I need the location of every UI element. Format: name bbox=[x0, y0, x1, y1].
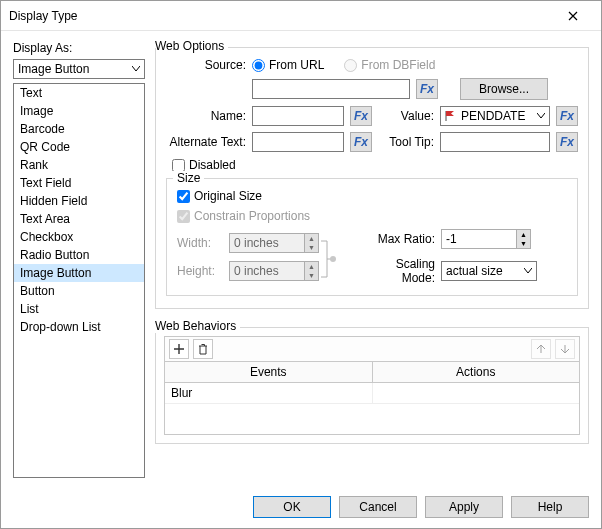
action-cell bbox=[373, 383, 580, 403]
alt-text-fx-button[interactable]: Fx bbox=[350, 132, 372, 152]
from-url-radio-input[interactable] bbox=[252, 59, 265, 72]
list-item[interactable]: Barcode bbox=[14, 120, 144, 138]
behaviors-toolbar bbox=[164, 336, 580, 362]
list-item[interactable]: Button bbox=[14, 282, 144, 300]
arrow-up-icon bbox=[536, 344, 546, 354]
scaling-mode-value: actual size bbox=[446, 264, 503, 278]
constrain-proportions-checkbox: Constrain Proportions bbox=[177, 209, 310, 223]
apply-button[interactable]: Apply bbox=[425, 496, 503, 518]
max-ratio-value: -1 bbox=[446, 232, 457, 246]
size-group: Size Original Size Constrain Proportions bbox=[166, 178, 578, 296]
tooltip-fx-button[interactable]: Fx bbox=[556, 132, 578, 152]
list-item[interactable]: Text Area bbox=[14, 210, 144, 228]
height-label: Height: bbox=[177, 264, 223, 278]
list-item[interactable]: Text bbox=[14, 84, 144, 102]
behaviors-grid: Events Actions Blur bbox=[164, 362, 580, 435]
value-label: Value: bbox=[378, 109, 434, 123]
add-behavior-button[interactable] bbox=[169, 339, 189, 359]
max-ratio-spinner[interactable]: -1 ▲▼ bbox=[441, 229, 531, 249]
value-field-text: PENDDATE bbox=[461, 109, 525, 123]
move-up-button bbox=[531, 339, 551, 359]
size-title: Size bbox=[173, 171, 204, 185]
web-options-group: Web Options Source: From URL From DBFiel… bbox=[155, 47, 589, 309]
list-item[interactable]: Image Button bbox=[14, 264, 144, 282]
alt-text-input[interactable] bbox=[252, 132, 344, 152]
name-fx-button[interactable]: Fx bbox=[350, 106, 372, 126]
width-value: 0 inches bbox=[234, 236, 279, 250]
help-button[interactable]: Help bbox=[511, 496, 589, 518]
chevron-down-icon bbox=[524, 268, 532, 274]
list-item[interactable]: Hidden Field bbox=[14, 192, 144, 210]
display-as-combo[interactable]: Image Button bbox=[13, 59, 145, 79]
scaling-mode-label: Scaling Mode: bbox=[359, 257, 435, 285]
alt-text-label: Alternate Text: bbox=[166, 135, 246, 149]
display-as-combo-value: Image Button bbox=[18, 62, 89, 76]
list-item[interactable]: Radio Button bbox=[14, 246, 144, 264]
svg-point-0 bbox=[330, 256, 336, 262]
original-size-checkbox-input[interactable] bbox=[177, 190, 190, 203]
height-value: 0 inches bbox=[234, 264, 279, 278]
chevron-down-icon bbox=[537, 113, 545, 119]
dialog-footer: OK Cancel Apply Help bbox=[1, 486, 601, 528]
from-dbfield-radio-label: From DBField bbox=[361, 58, 435, 72]
list-item[interactable]: Drop-down List bbox=[14, 318, 144, 336]
from-dbfield-radio-input bbox=[344, 59, 357, 72]
source-url-input[interactable] bbox=[252, 79, 410, 99]
web-behaviors-title: Web Behaviors bbox=[155, 319, 240, 333]
constrain-checkbox-input bbox=[177, 210, 190, 223]
name-input[interactable] bbox=[252, 106, 344, 126]
event-cell: Blur bbox=[165, 383, 373, 403]
window-title: Display Type bbox=[9, 9, 553, 23]
chevron-down-icon bbox=[132, 66, 140, 72]
flag-icon bbox=[445, 111, 457, 121]
disabled-checkbox[interactable]: Disabled bbox=[172, 158, 236, 172]
close-button[interactable] bbox=[553, 2, 593, 30]
width-label: Width: bbox=[177, 236, 223, 250]
web-behaviors-group: Web Behaviors bbox=[155, 327, 589, 444]
browse-button[interactable]: Browse... bbox=[460, 78, 548, 100]
source-label: Source: bbox=[166, 58, 246, 72]
events-column-header: Events bbox=[165, 362, 373, 382]
ok-button[interactable]: OK bbox=[253, 496, 331, 518]
table-row[interactable]: Blur bbox=[165, 383, 579, 404]
original-size-checkbox[interactable]: Original Size bbox=[177, 189, 262, 203]
constrain-label: Constrain Proportions bbox=[194, 209, 310, 223]
display-as-panel: Display As: Image Button TextImageBarcod… bbox=[13, 41, 145, 478]
list-item[interactable]: Checkbox bbox=[14, 228, 144, 246]
list-item[interactable]: Text Field bbox=[14, 174, 144, 192]
value-fx-button[interactable]: Fx bbox=[556, 106, 578, 126]
cancel-button[interactable]: Cancel bbox=[339, 496, 417, 518]
list-item[interactable]: QR Code bbox=[14, 138, 144, 156]
close-icon bbox=[568, 11, 578, 21]
list-item[interactable]: Rank bbox=[14, 156, 144, 174]
tooltip-input[interactable] bbox=[440, 132, 550, 152]
from-url-radio-label: From URL bbox=[269, 58, 324, 72]
trash-icon bbox=[198, 344, 208, 355]
max-ratio-label: Max Ratio: bbox=[359, 232, 435, 246]
display-as-label: Display As: bbox=[13, 41, 145, 55]
source-from-dbfield-radio: From DBField bbox=[344, 58, 435, 72]
display-type-dialog: Display Type Display As: Image Button Te… bbox=[0, 0, 602, 529]
titlebar: Display Type bbox=[1, 1, 601, 31]
arrow-down-icon bbox=[560, 344, 570, 354]
original-size-label: Original Size bbox=[194, 189, 262, 203]
disabled-checkbox-input[interactable] bbox=[172, 159, 185, 172]
scaling-mode-select[interactable]: actual size bbox=[441, 261, 537, 281]
height-spinner: 0 inches ▲▼ bbox=[229, 261, 319, 281]
actions-column-header: Actions bbox=[373, 362, 580, 382]
source-fx-button[interactable]: Fx bbox=[416, 79, 438, 99]
name-label: Name: bbox=[166, 109, 246, 123]
list-item[interactable]: List bbox=[14, 300, 144, 318]
delete-behavior-button[interactable] bbox=[193, 339, 213, 359]
display-as-list[interactable]: TextImageBarcodeQR CodeRankText FieldHid… bbox=[13, 83, 145, 478]
value-field-combo[interactable]: PENDDATE bbox=[440, 106, 550, 126]
tooltip-label: Tool Tip: bbox=[378, 135, 434, 149]
move-down-button bbox=[555, 339, 575, 359]
disabled-checkbox-label: Disabled bbox=[189, 158, 236, 172]
source-from-url-radio[interactable]: From URL bbox=[252, 58, 324, 72]
width-spinner: 0 inches ▲▼ bbox=[229, 233, 319, 253]
list-item[interactable]: Image bbox=[14, 102, 144, 120]
link-bracket-icon bbox=[319, 235, 335, 279]
plus-icon bbox=[174, 344, 184, 354]
